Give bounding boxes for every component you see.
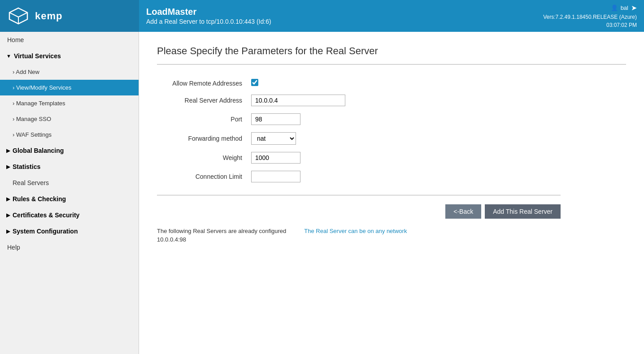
main-content: Please Specify the Parameters for the Re… <box>139 32 644 354</box>
connection-limit-label: Connection Limit <box>157 167 247 186</box>
forwarding-label: Forwarding method <box>157 129 247 148</box>
app-title: LoadMaster <box>146 7 529 17</box>
chevron-right-icon: ▶ <box>6 148 10 154</box>
button-row: <-Back Add This Real Server <box>157 204 561 219</box>
configured-value: 10.0.0.4:98 <box>157 236 286 243</box>
sidebar-section-label-stats: Statistics <box>13 163 40 170</box>
sidebar-item-add-new[interactable]: Add New <box>0 64 139 80</box>
sidebar-section-label-rules: Rules & Checking <box>13 195 66 203</box>
sidebar-section-certs[interactable]: ▶ Certificates & Security <box>0 207 139 223</box>
sidebar-section-label: Virtual Services <box>14 52 61 60</box>
header-right: 👤 bal ➤ Vers:7.2.49.1.18450.RELEASE (Azu… <box>536 0 644 32</box>
chevron-down-icon: ▼ <box>6 53 11 59</box>
forwarding-method-select[interactable]: nat tunnel route <box>251 132 296 145</box>
port-cell <box>247 110 561 129</box>
sidebar-section-label-certs: Certificates & Security <box>13 212 79 219</box>
version-info: Vers:7.2.49.1.18450.RELEASE (Azure) <box>543 14 637 20</box>
weight-cell <box>247 148 561 167</box>
form-row-connection-limit: Connection Limit <box>157 167 561 186</box>
sidebar-section-global-balancing[interactable]: ▶ Global Balancing <box>0 142 139 159</box>
divider-bottom <box>157 195 561 195</box>
weight-input[interactable] <box>251 152 300 164</box>
sidebar-section-virtual-services[interactable]: ▼ Virtual Services <box>0 48 139 64</box>
header: kemp LoadMaster Add a Real Server to tcp… <box>0 0 644 32</box>
sidebar-item-help[interactable]: Help <box>0 239 139 255</box>
header-icon-arrow: ➤ <box>631 4 637 12</box>
form-row-allow-remote: Allow Remote Addresses <box>157 75 561 91</box>
sidebar-item-home[interactable]: Home <box>0 32 139 48</box>
sidebar-section-label-system: System Configuration <box>13 228 78 235</box>
forwarding-cell: nat tunnel route <box>247 129 561 148</box>
sidebar: Home ▼ Virtual Services Add New View/Mod… <box>0 32 139 354</box>
sidebar-item-real-servers[interactable]: Real Servers <box>0 175 139 191</box>
sidebar-section-system[interactable]: ▶ System Configuration <box>0 223 139 239</box>
add-real-server-button[interactable]: Add This Real Server <box>485 204 561 219</box>
configured-label: The following Real Servers are already c… <box>157 228 286 234</box>
sidebar-section-rules[interactable]: ▶ Rules & Checking <box>0 191 139 207</box>
logo-area: kemp <box>0 0 139 32</box>
divider-top <box>157 64 626 65</box>
allow-remote-checkbox[interactable] <box>251 79 258 86</box>
chevron-right-icon-rules: ▶ <box>6 196 10 202</box>
port-input[interactable] <box>251 113 300 125</box>
sidebar-item-manage-sso[interactable]: Manage SSO <box>0 111 139 127</box>
sidebar-section-statistics[interactable]: ▶ Statistics <box>0 159 139 175</box>
allow-remote-cell <box>247 75 561 91</box>
current-time: 03:07:02 PM <box>606 22 637 28</box>
form-table: Allow Remote Addresses Real Server Addre… <box>157 75 561 186</box>
info-section: The following Real Servers are already c… <box>157 228 626 243</box>
kemp-logo-icon <box>7 6 30 26</box>
user-info: 👤 bal ➤ <box>611 4 637 12</box>
header-main: LoadMaster Add a Real Server to tcp/10.0… <box>139 0 536 32</box>
chevron-right-icon-system: ▶ <box>6 229 10 234</box>
allow-remote-label: Allow Remote Addresses <box>157 75 247 91</box>
chevron-right-icon-certs: ▶ <box>6 212 10 218</box>
page-subtitle: Add a Real Server to tcp/10.0.0.10:443 (… <box>146 18 529 25</box>
form-row-weight: Weight <box>157 148 561 167</box>
real-server-address-input[interactable] <box>251 95 345 106</box>
sidebar-item-waf-settings[interactable]: WAF Settings <box>0 127 139 142</box>
sidebar-section-label-gb: Global Balancing <box>13 147 64 154</box>
brand-name: kemp <box>35 10 62 22</box>
weight-label: Weight <box>157 148 247 167</box>
info-network-note: The Real Server can be on any network <box>304 228 407 243</box>
sidebar-item-view-modify[interactable]: View/Modify Services <box>0 80 139 95</box>
layout: Home ▼ Virtual Services Add New View/Mod… <box>0 32 644 354</box>
username: bal <box>621 4 628 11</box>
connection-limit-input[interactable] <box>251 171 300 182</box>
page-heading: Please Specify the Parameters for the Re… <box>157 45 626 57</box>
connection-limit-cell <box>247 167 561 186</box>
address-label: Real Server Address <box>157 91 247 110</box>
info-configured: The following Real Servers are already c… <box>157 228 286 243</box>
port-label: Port <box>157 110 247 129</box>
form-row-address: Real Server Address <box>157 91 561 110</box>
form-row-forwarding: Forwarding method nat tunnel route <box>157 129 561 148</box>
form-row-port: Port <box>157 110 561 129</box>
user-icon: 👤 <box>611 4 618 11</box>
back-button[interactable]: <-Back <box>445 204 481 219</box>
sidebar-item-manage-templates[interactable]: Manage Templates <box>0 95 139 111</box>
chevron-right-icon-stats: ▶ <box>6 164 10 170</box>
address-cell <box>247 91 561 110</box>
